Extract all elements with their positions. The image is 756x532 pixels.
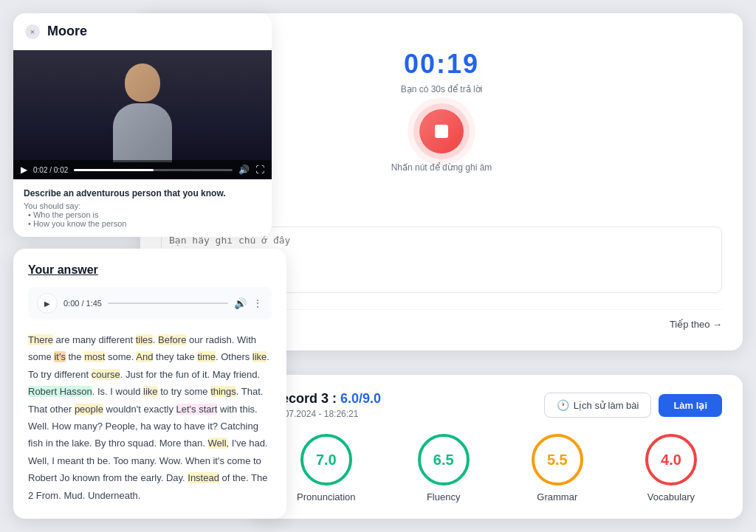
history-icon: 🕐 — [557, 399, 569, 411]
highlight-word: There — [28, 334, 53, 345]
video-controls: ▶ 0:02 / 0:02 🔊 ⛶ — [13, 160, 272, 179]
score-item-vocabulary: 4.0 Vocabulary — [645, 434, 697, 502]
timer-subtitle: Bạn có 30s để trả lời — [401, 84, 483, 94]
person-silhouette — [109, 63, 176, 167]
answer-panel: Your answer ▶ 0:00 / 1:45 🔊 ⋮ There are … — [13, 249, 286, 519]
highlight-word: like — [252, 351, 267, 362]
fullscreen-icon[interactable]: ⛶ — [255, 165, 264, 175]
highlight-word: most — [84, 351, 105, 362]
score-circle-fluency: 6.5 — [418, 434, 470, 486]
highlight-word: time — [197, 351, 216, 362]
video-panel: × Moore ▶ 0:02 / 0:02 🔊 ⛶ Describe an ad… — [13, 13, 272, 237]
score-date: 03.07.2024 - 18:26:21 — [272, 409, 381, 419]
score-left: Record 3 : 6.0/9.0 03.07.2024 - 18:26:21 — [272, 391, 381, 419]
audio-progress-bar[interactable] — [108, 303, 228, 304]
score-panel: Record 3 : 6.0/9.0 03.07.2024 - 18:26:21… — [251, 375, 743, 519]
score-value: 6.0/9.0 — [340, 391, 381, 406]
person-head — [125, 63, 160, 102]
audio-more-icon[interactable]: ⋮ — [252, 297, 263, 309]
app-title: Moore — [47, 24, 87, 39]
history-button[interactable]: 🕐 Lịch sử làm bài — [544, 393, 652, 418]
highlight-word: Instead — [188, 472, 219, 483]
score-item-fluency: 6.5 Fluency — [418, 434, 470, 502]
close-button[interactable]: × — [25, 24, 40, 39]
highlight-word: things — [210, 386, 236, 397]
audio-player: ▶ 0:00 / 1:45 🔊 ⋮ — [28, 287, 272, 319]
video-instruction: You should say: — [24, 201, 261, 210]
play-button[interactable]: ▶ — [21, 165, 27, 175]
video-progress-fill — [74, 169, 153, 171]
score-item-pronunciation: 7.0 Pronunciation — [297, 434, 356, 502]
video-desc-title: Describe an adventurous person that you … — [24, 188, 261, 198]
audio-play-button[interactable]: ▶ — [37, 293, 58, 314]
score-label-fluency: Fluency — [427, 491, 461, 502]
scores-row: 7.0 Pronunciation 6.5 Fluency 5.5 Gramma… — [272, 434, 722, 502]
next-button[interactable]: Tiếp theo → — [670, 319, 722, 330]
highlight-word: course — [92, 369, 120, 380]
video-container: ▶ 0:02 / 0:02 🔊 ⛶ — [13, 50, 272, 179]
highlight-word: it's — [54, 351, 65, 362]
highlight-word: And — [136, 351, 153, 362]
timer-display: 00:19 — [404, 49, 479, 80]
answer-title: Your answer — [28, 263, 272, 277]
play-triangle-icon: ▶ — [44, 300, 50, 308]
score-header: Record 3 : 6.0/9.0 03.07.2024 - 18:26:21… — [272, 391, 722, 419]
video-bullet-2: • How you know the person — [28, 219, 261, 228]
score-record: Record 3 : 6.0/9.0 — [272, 391, 381, 407]
record-button[interactable] — [419, 109, 464, 153]
score-actions: 🕐 Lịch sử làm bài Làm lại — [544, 393, 722, 418]
panel-header: × Moore — [13, 13, 272, 50]
video-bullets: • Who the person is • How you know the p… — [24, 210, 261, 228]
highlight-word: Before — [158, 334, 186, 345]
audio-volume-icon[interactable]: 🔊 — [234, 297, 247, 309]
score-circle-pronunciation: 7.0 — [300, 434, 352, 486]
highlight-word: Let's start — [176, 404, 218, 415]
highlight-word: Well — [208, 438, 227, 449]
score-item-grammar: 5.5 Grammar — [532, 434, 583, 502]
video-bullet-1: • Who the person is — [28, 210, 261, 219]
score-label-pronunciation: Pronunciation — [297, 491, 356, 502]
person-body — [113, 103, 172, 162]
record-hint: Nhấn nút để dừng ghi âm — [391, 162, 492, 173]
audio-time: 0:00 / 1:45 — [63, 299, 102, 308]
video-description: Describe an adventurous person that you … — [13, 179, 272, 237]
redo-button[interactable]: Làm lại — [659, 394, 722, 417]
highlight-word: Robert Hasson — [28, 386, 92, 397]
score-circle-vocabulary: 4.0 — [645, 434, 697, 486]
video-time: 0:02 / 0:02 — [33, 166, 68, 174]
highlight-word: people — [75, 404, 103, 415]
video-progress-bar[interactable] — [74, 169, 233, 171]
record-button-wrapper: Nhấn nút để dừng ghi âm — [391, 109, 492, 173]
transcript-text: There are many different tiles. Before o… — [28, 331, 272, 504]
score-label-vocabulary: Vocabulary — [647, 491, 695, 502]
score-label-grammar: Grammar — [537, 491, 577, 502]
stop-icon — [435, 125, 448, 138]
highlight-word: like — [143, 386, 158, 397]
highlight-word: tiles — [136, 334, 153, 345]
score-circle-grammar: 5.5 — [532, 434, 583, 486]
volume-icon[interactable]: 🔊 — [238, 165, 250, 175]
